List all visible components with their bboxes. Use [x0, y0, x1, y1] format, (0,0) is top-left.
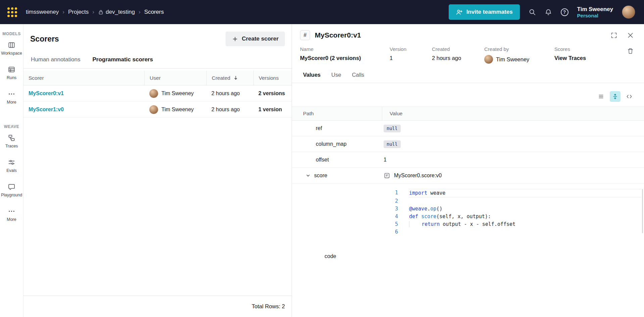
user-name: Tim Sweeney: [577, 6, 613, 12]
table-row[interactable]: MyScorer1:v0 Tim Sweeney 2 hours ago 1 v…: [23, 102, 292, 118]
breadcrumb-page[interactable]: Scorers: [144, 9, 164, 15]
breadcrumb-project[interactable]: dev_testing: [98, 9, 135, 15]
sort-desc-icon[interactable]: [233, 75, 239, 81]
playground-chat-icon: [8, 183, 15, 191]
column-header-created[interactable]: Created: [206, 71, 253, 85]
code-lines: 1import weave23@weave.op()4def score(sel…: [382, 189, 641, 236]
breadcrumb-project-label: dev_testing: [106, 9, 135, 15]
wandb-logo[interactable]: [7, 7, 17, 17]
code-line: 4def score(self, x, output):: [382, 213, 641, 220]
op-ref-icon: [384, 172, 390, 179]
meta-version-value: 1: [390, 55, 432, 61]
close-icon[interactable]: [627, 32, 634, 39]
code-text: @weave.op(): [409, 205, 641, 213]
sidebar-item-label: Workspace: [1, 51, 22, 56]
line-number: 2: [382, 197, 398, 205]
column-header-path: Path: [292, 107, 382, 120]
tab-human-annotations[interactable]: Human annotations: [31, 56, 80, 68]
column-header-user[interactable]: User: [144, 71, 206, 85]
code-line: 3@weave.op(): [382, 205, 641, 213]
score-row-toggle[interactable]: score: [292, 173, 382, 179]
invite-teammates-button[interactable]: Invite teammates: [449, 4, 520, 20]
detail-panel: # MyScorer0:v1 Name MyScorer0 (2 version…: [292, 24, 644, 317]
tab-use[interactable]: Use: [331, 72, 341, 83]
sidebar-item-label: More: [7, 100, 16, 105]
breadcrumb-user[interactable]: timssweeney: [26, 9, 59, 15]
breadcrumb-projects[interactable]: Projects: [68, 9, 89, 15]
sidebar-item-weave-more[interactable]: More: [0, 202, 23, 227]
view-traces-link[interactable]: View Traces: [554, 55, 627, 61]
versions-cell: 1 version: [253, 107, 292, 113]
line-number: 4: [382, 213, 398, 220]
more-dots-icon: [8, 207, 15, 215]
code-line: 6: [382, 228, 641, 236]
code-view-icon[interactable]: [624, 91, 635, 102]
notifications-bell-icon[interactable]: [545, 8, 552, 16]
meta-label: Scores: [554, 46, 627, 52]
breadcrumb-separator: ›: [92, 9, 94, 15]
user-menu[interactable]: Tim Sweeney Personal: [577, 6, 613, 18]
sidebar-item-evals[interactable]: Evals: [0, 153, 23, 178]
tab-programmatic-scorers[interactable]: Programmatic scorers: [92, 56, 153, 68]
column-header-value: Value: [382, 107, 644, 120]
chevron-down-icon: [305, 173, 311, 179]
tab-calls[interactable]: Calls: [352, 72, 364, 83]
op-ref-link[interactable]: MyScorer0.score:v0: [384, 172, 644, 179]
code-text: return output - x - self.offset: [409, 220, 641, 228]
user-scope: Personal: [577, 13, 613, 18]
values-table-header: Path Value: [292, 107, 644, 121]
table-row[interactable]: MyScorer0:v1 Tim Sweeney 2 hours ago 2 v…: [23, 85, 292, 102]
sidebar-item-traces[interactable]: Traces: [0, 129, 23, 153]
breadcrumb-separator: ›: [62, 9, 64, 15]
sidebar-item-label: Runs: [7, 75, 16, 80]
delete-trash-icon[interactable]: [627, 48, 634, 55]
tab-values[interactable]: Values: [303, 72, 320, 83]
create-scorer-label: Create scorer: [242, 36, 279, 42]
breadcrumb: timssweeney › Projects › dev_testing › S…: [26, 9, 443, 15]
sidebar-item-models-more[interactable]: More: [0, 85, 23, 110]
sidebar-item-label: Traces: [5, 144, 18, 148]
code-viewer: 1import weave23@weave.op()4def score(sel…: [382, 184, 644, 236]
sidebar-item-label: Evals: [6, 168, 17, 173]
code-line: 2: [382, 197, 641, 205]
scorers-panel: Scorers Create scorer Human annotations …: [23, 24, 292, 317]
plus-icon: [232, 36, 238, 42]
user-cell-name: Tim Sweeney: [161, 90, 194, 97]
expand-rows-icon[interactable]: [610, 91, 621, 102]
detail-tabs: Values Use Calls: [292, 68, 644, 83]
list-view-icon[interactable]: [596, 91, 606, 102]
detail-metadata: Name MyScorer0 (2 versions) Version 1 Cr…: [292, 44, 644, 68]
line-number: 6: [382, 228, 398, 236]
meta-label: Created by: [484, 46, 554, 52]
sidebar-item-workspace[interactable]: Workspace: [0, 36, 23, 61]
sidebar-item-playground[interactable]: Playground: [0, 178, 23, 202]
null-badge: null: [384, 125, 401, 132]
navbar-actions: Invite teammates ? Tim Sweeney Personal: [449, 4, 635, 20]
avatar: [484, 55, 493, 64]
help-icon[interactable]: ?: [561, 8, 568, 16]
top-navbar: timssweeney › Projects › dev_testing › S…: [0, 0, 644, 24]
scorer-table-header: Scorer User Created Versions: [23, 71, 292, 85]
column-header-scorer[interactable]: Scorer: [23, 71, 144, 85]
column-header-versions[interactable]: Versions: [253, 71, 292, 85]
sidebar-item-label: Playground: [1, 193, 22, 197]
meta-label: Version: [390, 46, 432, 52]
path-cell: offset: [292, 157, 382, 163]
sidebar-item-label: More: [7, 217, 16, 222]
search-icon[interactable]: [529, 8, 536, 16]
person-plus-icon: [456, 9, 463, 16]
path-cell-code: code: [292, 236, 644, 265]
scorer-link[interactable]: MyScorer1:v0: [29, 107, 64, 112]
code-text: [409, 228, 641, 236]
scorer-link[interactable]: MyScorer0:v1: [29, 90, 64, 96]
create-scorer-button[interactable]: Create scorer: [226, 31, 285, 46]
path-cell: score: [314, 173, 327, 179]
path-cell: column_map: [292, 141, 382, 147]
user-avatar[interactable]: [622, 5, 635, 19]
code-scrollbar[interactable]: [642, 189, 643, 233]
sidebar-item-runs[interactable]: Runs: [0, 61, 23, 85]
page-title: Scorers: [30, 35, 59, 44]
line-number: 5: [382, 220, 398, 228]
created-cell: 2 hours ago: [206, 107, 253, 113]
fullscreen-icon[interactable]: [610, 32, 617, 39]
